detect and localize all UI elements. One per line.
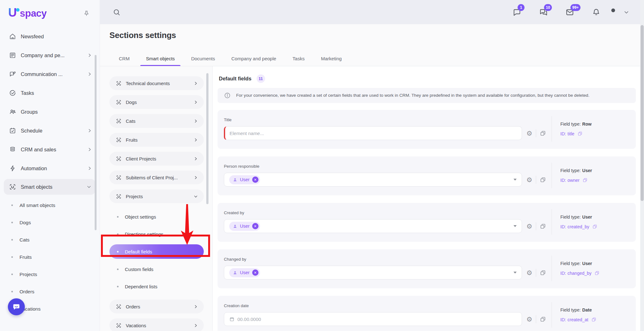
tab-smart-objects[interactable]: Smart objects [138, 53, 183, 66]
person-responsible-select[interactable]: User ✕ [224, 173, 522, 187]
sidebar-item-fruits[interactable]: Fruits [0, 248, 100, 266]
sidebar-item-smart-objects[interactable]: Smart objects [4, 179, 95, 195]
copy-id-icon[interactable] [592, 224, 597, 229]
field-settings-button[interactable]: ⚙ [526, 176, 532, 183]
title-input[interactable] [230, 131, 517, 136]
section-item-subitems-of-client-projects[interactable]: Subitems of Client Proj... [109, 171, 204, 184]
tab-tasks[interactable]: Tasks [284, 53, 313, 66]
tab-crm[interactable]: CRM [111, 53, 138, 66]
remove-chip-icon[interactable]: ✕ [252, 223, 258, 229]
changed-by-select[interactable]: User ✕ [224, 266, 522, 279]
pin-sidebar-icon[interactable] [83, 10, 90, 17]
section-item-fruits[interactable]: Fruits [109, 133, 204, 147]
bullet-icon [11, 291, 13, 292]
uspacy-logo[interactable]: U spacy [8, 7, 47, 20]
field-type: Field type:User [560, 168, 630, 173]
section-item-default-fields-active[interactable]: Default fields [109, 244, 204, 259]
duplicate-field-button[interactable] [540, 223, 546, 230]
created-by-select[interactable]: User ✕ [224, 219, 522, 233]
copy-id-icon[interactable] [582, 177, 588, 183]
gear-icon: ⚙ [526, 316, 532, 323]
smart-object-icon [116, 175, 122, 181]
field-row-title: Title ⚙ Field type:Row ID: title [218, 110, 636, 149]
field-settings-button[interactable]: ⚙ [526, 130, 532, 137]
projects-submenu: Object settings Directions settings Defa… [109, 208, 212, 295]
chevron-right-icon [193, 175, 198, 180]
sidebar-item-orders[interactable]: Orders [0, 283, 100, 300]
remove-chip-icon[interactable]: ✕ [252, 269, 258, 276]
sidebar-item-crm-and-sales[interactable]: CRM and sales [0, 140, 100, 159]
support-chat-button[interactable] [8, 298, 25, 315]
section-item-dogs[interactable]: Dogs [109, 95, 204, 109]
sidebar-item-company-and-people[interactable]: Company and pe... [0, 46, 100, 65]
field-id: ID: created_at [560, 317, 630, 322]
sidebar-item-schedule[interactable]: Schedule [0, 121, 100, 140]
creation-date-input[interactable] [237, 317, 517, 322]
field-id: ID: owner [560, 177, 630, 183]
messenger-button[interactable]: 1 [513, 8, 521, 17]
smart-object-icon [116, 99, 122, 105]
section-nav: Technical documents Dogs Cats Fruits [100, 66, 213, 331]
tab-marketing[interactable]: Marketing [313, 53, 350, 66]
duplicate-field-button[interactable] [540, 269, 546, 276]
tab-company-and-people[interactable]: Company and people [223, 53, 285, 66]
section-item-orders[interactable]: Orders [109, 300, 204, 313]
section-item-object-settings[interactable]: Object settings [109, 208, 212, 225]
field-meta: Field type:User ID: owner [552, 163, 630, 188]
mail-button[interactable]: 99+ [565, 8, 574, 17]
search-icon[interactable] [113, 8, 121, 16]
user-chip: User ✕ [229, 268, 260, 277]
section-item-custom-fields[interactable]: Custom fields [109, 261, 212, 278]
section-item-technical-documents[interactable]: Technical documents [109, 76, 204, 90]
notifications-button[interactable] [592, 8, 601, 17]
sidebar-item-all-smart-objects[interactable]: All smart objects [0, 197, 100, 214]
section-item-dependent-lists[interactable]: Dependent lists [109, 278, 212, 295]
tabs-bar: CRM Smart objects Documents Company and … [111, 53, 350, 66]
sidebar-item-cats[interactable]: Cats [0, 231, 100, 248]
user-menu-chevron-icon[interactable] [623, 9, 630, 15]
duplicate-field-button[interactable] [540, 130, 546, 137]
content-body: Technical documents Dogs Cats Fruits [100, 66, 644, 331]
chevron-down-icon [86, 184, 92, 189]
section-item-vacations[interactable]: Vacations [109, 318, 204, 331]
topbar: 1 10 99+ [100, 0, 644, 24]
lightning-icon [9, 165, 16, 172]
sidebar-item-newsfeed[interactable]: Newsfeed [0, 27, 100, 46]
sidebar-item-tasks[interactable]: Tasks [0, 84, 100, 102]
default-fields-panel: Default fields 11 For your convenience, … [213, 66, 644, 331]
sidebar-item-automation[interactable]: Automation [0, 159, 100, 178]
field-meta: Field type:Date ID: created_at [552, 302, 630, 328]
info-icon [224, 92, 231, 99]
field-settings-button[interactable]: ⚙ [526, 269, 532, 276]
info-text: For your convenience, we have created a … [236, 92, 590, 99]
database-icon [9, 146, 16, 153]
chevron-right-icon [193, 138, 198, 142]
divider [536, 176, 536, 184]
section-item-projects[interactable]: Projects [109, 189, 204, 203]
page-scrollbar-thumb[interactable] [641, 25, 644, 201]
sidebar-item-projects[interactable]: Projects [0, 266, 100, 283]
duplicate-field-button[interactable] [540, 316, 546, 323]
copy-id-icon[interactable] [594, 270, 600, 276]
copy-id-icon[interactable] [577, 131, 583, 136]
sidebar-scrollbar[interactable] [95, 55, 97, 230]
gear-icon: ⚙ [526, 130, 532, 137]
sidebar-item-groups[interactable]: Groups [0, 102, 100, 121]
section-item-directions-settings[interactable]: Directions settings [109, 225, 212, 243]
remove-chip-icon[interactable]: ✕ [252, 176, 258, 183]
dropdown-caret-icon [514, 272, 517, 274]
bullet-icon [11, 256, 13, 258]
chat-pen-icon [9, 70, 16, 78]
section-item-cats[interactable]: Cats [109, 114, 204, 128]
duplicate-field-button[interactable] [540, 176, 546, 183]
field-settings-button[interactable]: ⚙ [526, 223, 532, 230]
copy-id-icon[interactable] [591, 317, 597, 322]
group-chats-button[interactable]: 10 [539, 8, 548, 17]
sidebar-item-communication[interactable]: Communication ... [0, 65, 100, 84]
sidebar-item-dogs[interactable]: Dogs [0, 214, 100, 231]
section-item-client-projects[interactable]: Client Projects [109, 152, 204, 166]
tab-documents[interactable]: Documents [183, 53, 223, 66]
messenger-badge: 1 [518, 4, 525, 11]
section-nav-scrollbar[interactable] [206, 73, 208, 204]
field-settings-button[interactable]: ⚙ [526, 316, 532, 323]
